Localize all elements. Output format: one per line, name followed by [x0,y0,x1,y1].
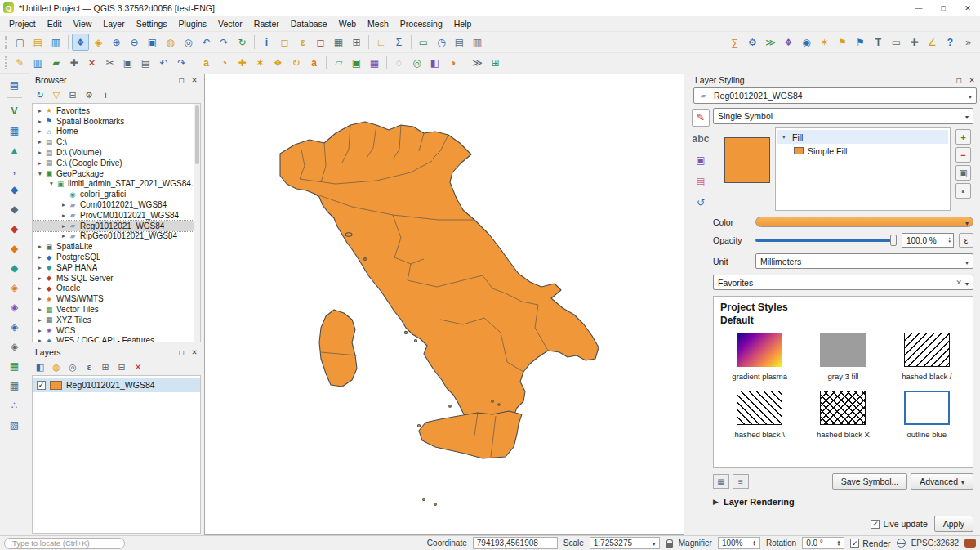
menu-item[interactable]: Raster [248,17,285,30]
expander-icon[interactable]: ▸ [36,316,44,324]
scrollbar-thumb[interactable] [195,105,199,164]
checkbox-icon[interactable] [871,520,880,529]
help-icon[interactable]: ? [942,34,959,51]
browser-item-c-drive[interactable]: ▸ ▤ C:\ [33,136,200,147]
style-outline-blue[interactable]: outline blue [904,391,950,439]
unit-combo[interactable]: Millimeters [755,253,973,269]
spin-arrows-icon[interactable]: ▲▼ [752,540,755,547]
undock-panel-icon[interactable]: ◻ [952,74,965,86]
map-canvas[interactable] [204,74,684,535]
add-wms-layer-icon[interactable]: ◈ [6,279,23,296]
expander-icon[interactable]: ▸ [36,253,44,261]
expander-icon[interactable]: ▸ [36,118,44,125]
opacity-spinbox[interactable]: 100.0 % ▲▼ [902,233,954,248]
select-by-expression-icon[interactable]: ε [294,34,311,51]
slider-handle[interactable] [890,235,897,246]
maximize-button[interactable]: □ [931,0,956,16]
expander-icon[interactable]: ▸ [36,127,44,135]
browser-item-favorites[interactable]: ▸ ★ Favorites [33,105,200,116]
checkbox-icon[interactable] [850,539,859,548]
menu-item[interactable]: Mesh [362,17,394,30]
browser-item-com01012021[interactable]: ▸ ▰ Com01012021_WGS84 [33,199,200,210]
show-layout-manager-icon[interactable]: ▥ [469,34,486,51]
browser-item-wcs[interactable]: ▸ ◈ WCS [33,325,200,336]
zoom-to-selection-icon[interactable]: ◍ [162,34,179,51]
expander-icon[interactable]: ▸ [36,295,44,302]
plugin-manager-icon[interactable]: ❖ [780,34,797,51]
style-gradient-plasma[interactable]: gradient plasma [732,333,787,381]
manage-map-themes-icon[interactable]: ◎ [65,360,80,374]
python-console-icon[interactable]: ≫ [762,34,779,51]
duplicate-symbol-layer-button[interactable]: ▣ [956,165,971,181]
pan-map-icon[interactable]: ❖ [72,34,89,51]
open-layer-styling-icon[interactable]: ◧ [33,360,47,374]
tab-diagrams[interactable]: ▤ [692,172,710,190]
add-virtual-layer-icon[interactable]: ▧ [6,416,23,433]
browser-item-ms-sql-server[interactable]: ▸ ◆ MS SQL Server [33,273,200,284]
delete-selected-icon[interactable]: ✕ [83,54,100,71]
expander-icon[interactable]: ▸ [36,306,44,313]
browser-item-spatialite[interactable]: ▸ ▣ SpatiaLite [33,241,200,252]
browser-item-reg01012021[interactable]: ▸ ▰ Reg01012021_WGS84 [33,221,200,231]
tab-labels[interactable]: abc [692,130,710,148]
move-label-icon[interactable]: ❖ [270,54,287,71]
paste-features-icon[interactable]: ▤ [137,54,154,71]
renderer-combo[interactable]: Single Symbol [713,108,973,124]
browser-item-d-drive[interactable]: ▸ ▤ D:\ (Volume) [33,147,200,158]
expander-icon[interactable]: ▸ [36,159,44,167]
open-project-icon[interactable]: ▤ [29,34,47,51]
expander-icon[interactable]: ▾ [47,180,56,187]
lock-symbol-color-button[interactable]: ▪ [956,183,971,199]
processing-toolbox-icon[interactable]: ⚙ [744,34,761,51]
spin-arrows-icon[interactable]: ▲▼ [948,237,951,244]
new-geopackage-layer-icon[interactable]: ▣ [348,54,365,71]
add-mesh-layer-icon[interactable]: ▲ [6,141,23,159]
map-tips-icon[interactable]: ✶ [816,34,833,51]
expander-icon[interactable]: ▸ [36,138,44,145]
change-label-icon[interactable]: a [305,54,323,71]
field-calculator-icon[interactable]: ⊞ [348,34,365,51]
tab-3d-view[interactable]: ▣ [692,151,710,169]
messages-icon[interactable] [964,539,976,548]
add-postgis-layer-icon[interactable]: ◆ [6,181,23,198]
remove-layer-icon[interactable]: ✕ [131,360,145,374]
symbol-tree-fill-row[interactable]: ▾ Fill [777,130,948,144]
save-symbol-button[interactable]: Save Symbol... [832,473,908,490]
add-xyz-layer-icon[interactable]: ▦ [6,377,23,394]
filter-legend-expression-icon[interactable]: ε [82,360,96,374]
menu-item[interactable]: Database [285,17,333,30]
zoom-last-icon[interactable]: ↶ [198,34,215,51]
add-raster-layer-icon[interactable]: ▦ [6,122,23,139]
script-runner-icon[interactable]: ≫ [469,54,486,71]
menu-item[interactable]: Project [3,17,42,30]
close-panel-icon[interactable]: ✕ [965,74,978,86]
browser-item-google-drive[interactable]: ▸ ▤ C:\ (Google Drive) [33,158,200,168]
menu-item[interactable]: View [68,17,98,30]
toolbar-handle[interactable] [5,36,8,49]
open-attribute-table-icon[interactable]: ▦ [330,34,347,51]
add-symbol-layer-button[interactable]: + [956,129,971,145]
menu-item[interactable]: Edit [42,17,68,30]
color-button[interactable] [755,217,973,227]
tab-history[interactable]: ↺ [692,194,710,212]
layer-rendering-section[interactable]: ▶ Layer Rendering [713,497,973,507]
spin-arrows-icon[interactable]: ▲▼ [837,540,840,547]
toolbar-handle[interactable] [5,56,8,69]
copy-features-icon[interactable]: ▣ [119,54,136,71]
undo-icon[interactable]: ↶ [155,54,172,71]
measure-angle-icon[interactable]: ∠ [924,34,941,51]
toolbar-overflow-icon[interactable]: » [960,34,977,51]
browser-item-colori-grafici[interactable]: ◉ colori_grafici [33,189,200,199]
text-annotation-icon[interactable]: T [870,34,887,51]
show-color-dialog-icon[interactable]: ◑ [444,54,461,71]
filter-browser-icon[interactable]: ▽ [49,87,64,102]
zoom-to-layer-icon[interactable]: ◎ [180,34,197,51]
live-update-checkbox[interactable]: Live update [871,519,927,529]
expander-icon[interactable]: ▸ [36,243,44,250]
browser-item-spatial-bookmarks[interactable]: ▸ ⚑ Spatial Bookmarks [33,116,200,127]
layer-visibility-checkbox[interactable] [37,381,46,390]
browser-item-wms-wmts[interactable]: ▸ ◈ WMS/WMTS [33,293,200,304]
identify-features-icon[interactable]: i [258,34,275,51]
expander-icon[interactable]: ▸ [36,327,44,334]
zoom-next-icon[interactable]: ↷ [216,34,233,51]
